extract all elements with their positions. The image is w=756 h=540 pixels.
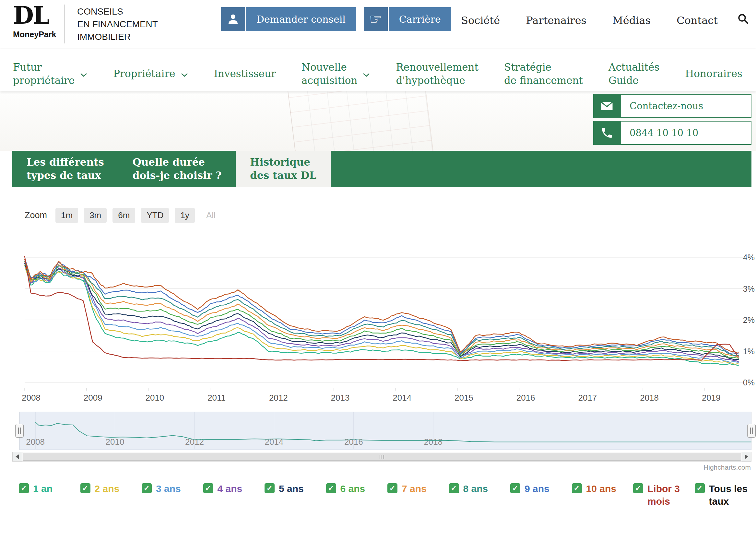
main-nav-investisseur[interactable]: Investisseur <box>214 56 276 91</box>
series-line-4-ans[interactable] <box>25 263 739 361</box>
checkbox-checked-icon[interactable]: ✓ <box>449 483 459 493</box>
highcharts-credit[interactable]: Highcharts.com <box>0 464 751 471</box>
zoom-button-1m[interactable]: 1m <box>56 208 78 223</box>
main-nav-honoraires[interactable]: Honoraires <box>685 56 742 91</box>
brand-logo[interactable]: DL MoneyPark <box>13 3 56 39</box>
cta-carriere[interactable]: ☞Carrière <box>364 7 451 31</box>
legend-item-2-ans[interactable]: ✓2 ans <box>80 482 142 508</box>
series-line-8-ans[interactable] <box>25 261 739 355</box>
scrollbar-left-arrow[interactable] <box>12 452 22 462</box>
tab-les-differents-types-de-taux[interactable]: Les différentstypes de taux <box>12 151 118 187</box>
tab-historique-des-taux-dl[interactable]: Historiquedes taux DL <box>236 151 331 187</box>
top-nav-partenaires[interactable]: Partenaires <box>526 14 586 27</box>
main-nav-futur-proprietaire[interactable]: Futurpropriétaire <box>13 56 87 91</box>
legend-item-4-ans[interactable]: ✓4 ans <box>203 482 265 508</box>
checkbox-checked-icon[interactable]: ✓ <box>142 483 152 493</box>
top-nav-medias[interactable]: Médias <box>612 14 651 27</box>
cta-demander-conseil[interactable]: Demander conseil <box>221 7 356 31</box>
legend-item-7-ans[interactable]: ✓7 ans <box>387 482 449 508</box>
zoom-button-all: All <box>201 208 221 223</box>
navigator-year-label: 2008 <box>26 437 45 447</box>
series-line-7-ans[interactable] <box>25 261 739 357</box>
contact-card-label: 0844 10 10 10 <box>621 121 751 145</box>
nav-item-line: Honoraires <box>685 67 742 80</box>
nav-item-label: Renouvellementd'hypothèque <box>396 61 478 87</box>
navigator-selected-range[interactable] <box>20 412 751 450</box>
navigator-right-handle[interactable] <box>747 424 756 438</box>
legend-item-10-ans[interactable]: ✓10 ans <box>572 482 634 508</box>
scrollbar-right-arrow[interactable] <box>742 452 751 462</box>
nav-item-line: Propriétaire <box>113 67 175 80</box>
contact-card-contactez-nous[interactable]: Contactez-nous <box>593 94 751 118</box>
phone-icon <box>593 121 621 145</box>
pointing-hand-icon: ☞ <box>364 7 388 31</box>
legend-label: 6 ans <box>340 482 365 495</box>
rates-history-chart[interactable]: 0%1%2%3%4%200820092010201120122013201420… <box>0 225 756 407</box>
navigator-chart[interactable]: 200820102012201420162018 <box>19 412 751 450</box>
legend-label: 3 ans <box>156 482 181 495</box>
x-tick-label: 2019 <box>702 393 721 403</box>
x-tick-label: 2010 <box>145 393 164 403</box>
checkbox-checked-icon[interactable]: ✓ <box>203 483 213 493</box>
legend-label: Libor 3 mois <box>647 482 690 508</box>
chevron-down-icon <box>363 68 370 80</box>
search-icon[interactable] <box>737 13 749 26</box>
legend-item-3-ans[interactable]: ✓3 ans <box>142 482 203 508</box>
contact-card-0844-10-10-10[interactable]: 0844 10 10 10 <box>593 121 751 145</box>
zoom-button-6m[interactable]: 6m <box>112 208 135 223</box>
x-tick-label: 2011 <box>208 393 226 403</box>
contact-card-label: Contactez-nous <box>621 94 751 118</box>
nav-item-line: Actualités <box>609 61 660 74</box>
y-tick-label: 4% <box>743 253 755 262</box>
checkbox-checked-icon[interactable]: ✓ <box>633 483 643 493</box>
legend-item-9-ans[interactable]: ✓9 ans <box>510 482 572 508</box>
hero-background-art <box>287 91 434 151</box>
series-line-9-ans[interactable] <box>25 259 739 354</box>
zoom-button-3m[interactable]: 3m <box>84 208 107 223</box>
chart-section: Zoom 1m3m6mYTD1yAll 0%1%2%3%4%2008200920… <box>0 208 756 508</box>
checkbox-checked-icon[interactable]: ✓ <box>510 483 520 493</box>
chevron-down-icon <box>80 68 87 80</box>
chart-navigator[interactable]: 200820102012201420162018 <box>19 412 751 450</box>
logo-moneypark-text: MoneyPark <box>13 30 56 39</box>
main-nav-strategie-de-financement[interactable]: Stratégiede financement <box>504 56 583 91</box>
main-nav-actualites-guide[interactable]: ActualitésGuide <box>609 56 660 91</box>
legend-item-1-an[interactable]: ✓1 an <box>19 482 80 508</box>
top-nav-contact[interactable]: Contact <box>677 14 718 27</box>
series-line-2-ans[interactable] <box>25 265 739 364</box>
tab-line: types de taux <box>27 169 104 182</box>
x-tick-label: 2009 <box>83 393 102 403</box>
checkbox-checked-icon[interactable]: ✓ <box>19 483 29 493</box>
legend-item-libor-3-mois[interactable]: ✓Libor 3 mois <box>633 482 695 508</box>
y-tick-label: 1% <box>743 347 755 356</box>
cta-label: Carrière <box>389 7 451 31</box>
legend-item-5-ans[interactable]: ✓5 ans <box>264 482 326 508</box>
checkbox-checked-icon[interactable]: ✓ <box>264 483 275 493</box>
legend-label: 7 ans <box>402 482 427 495</box>
zoom-toolbar: Zoom 1m3m6mYTD1yAll <box>25 208 756 223</box>
tab-quelle-duree-dois-je-choisir[interactable]: Quelle duréedois-je choisir ? <box>118 151 236 187</box>
zoom-button-ytd[interactable]: YTD <box>141 208 169 223</box>
main-nav-nouvelle-acquisition[interactable]: Nouvelleacquisition <box>301 56 370 91</box>
series-line-10-ans[interactable] <box>25 259 739 353</box>
main-nav-proprietaire[interactable]: Propriétaire <box>113 56 188 91</box>
main-nav-renouvellement-d-hypotheque[interactable]: Renouvellementd'hypothèque <box>396 56 478 91</box>
legend-label: 4 ans <box>218 482 242 495</box>
series-line-5-ans[interactable] <box>25 263 739 360</box>
navigator-left-handle[interactable] <box>15 424 24 438</box>
scrollbar-track[interactable] <box>22 452 742 462</box>
checkbox-checked-icon[interactable]: ✓ <box>387 483 397 493</box>
navigator-year-label: 2010 <box>106 437 124 447</box>
legend-item-8-ans[interactable]: ✓8 ans <box>449 482 511 508</box>
series-line-libor-3-mois[interactable] <box>25 256 739 361</box>
scrollbar-thumb[interactable] <box>23 453 741 461</box>
top-nav-societe[interactable]: Société <box>461 14 500 27</box>
checkbox-checked-icon[interactable]: ✓ <box>695 483 705 493</box>
legend-item-tous-les-taux[interactable]: ✓Tous les taux <box>695 482 756 508</box>
checkbox-checked-icon[interactable]: ✓ <box>572 483 582 493</box>
legend-item-6-ans[interactable]: ✓6 ans <box>326 482 388 508</box>
checkbox-checked-icon[interactable]: ✓ <box>326 483 336 493</box>
tagline-line: IMMOBILIER <box>77 31 158 43</box>
checkbox-checked-icon[interactable]: ✓ <box>80 483 90 493</box>
zoom-button-1y[interactable]: 1y <box>175 208 195 223</box>
